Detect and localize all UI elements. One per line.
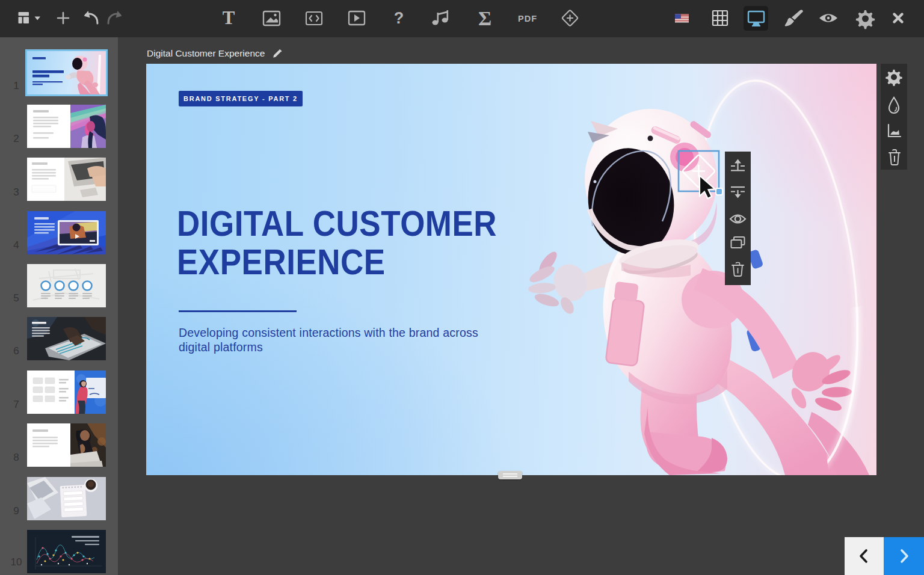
svg-text:?: ?: [394, 9, 404, 27]
svg-text:PDF: PDF: [518, 14, 537, 23]
svg-text:T: T: [223, 7, 235, 28]
svg-text:Σ: Σ: [478, 7, 491, 29]
